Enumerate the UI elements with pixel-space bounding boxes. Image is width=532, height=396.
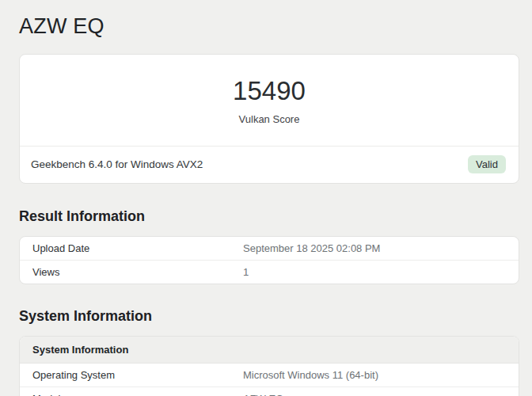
row-label: Views	[20, 260, 230, 284]
table-row: Views 1	[20, 260, 519, 284]
system-information-table: System Information Operating System Micr…	[20, 337, 519, 396]
score-label: Vulkan Score	[32, 113, 506, 125]
table-header-label: System Information	[20, 337, 519, 364]
system-information-card: System Information Operating System Micr…	[19, 336, 519, 396]
page-title: AZW EQ	[19, 14, 519, 39]
row-label: Model	[20, 386, 230, 396]
score-card: 15490 Vulkan Score Geekbench 6.4.0 for W…	[19, 54, 519, 184]
score-footer: Geekbench 6.4.0 for Windows AVX2 Valid	[20, 147, 519, 183]
row-value: 1	[230, 260, 519, 284]
table-row: Upload Date September 18 2025 02:08 PM	[20, 237, 519, 261]
score-value: 15490	[32, 76, 506, 106]
table-row: Operating System Microsoft Windows 11 (6…	[20, 363, 519, 386]
result-information-section: Result Information Upload Date September…	[19, 208, 519, 284]
system-information-section: System Information System Information Op…	[19, 308, 519, 396]
build-info: Geekbench 6.4.0 for Windows AVX2	[31, 158, 203, 170]
row-value: September 18 2025 02:08 PM	[230, 237, 519, 261]
valid-badge: Valid	[468, 155, 506, 173]
result-information-card: Upload Date September 18 2025 02:08 PM V…	[19, 236, 519, 284]
table-row: Model AZW EQ	[20, 386, 519, 396]
row-value: Microsoft Windows 11 (64-bit)	[230, 363, 519, 386]
row-label: Operating System	[20, 363, 230, 386]
system-information-heading: System Information	[19, 308, 519, 325]
result-information-heading: Result Information	[19, 208, 519, 225]
score-block: 15490 Vulkan Score	[20, 55, 519, 147]
row-value: AZW EQ	[230, 386, 519, 396]
row-label: Upload Date	[20, 237, 230, 261]
table-header-row: System Information	[20, 337, 519, 364]
result-information-table: Upload Date September 18 2025 02:08 PM V…	[20, 237, 519, 284]
